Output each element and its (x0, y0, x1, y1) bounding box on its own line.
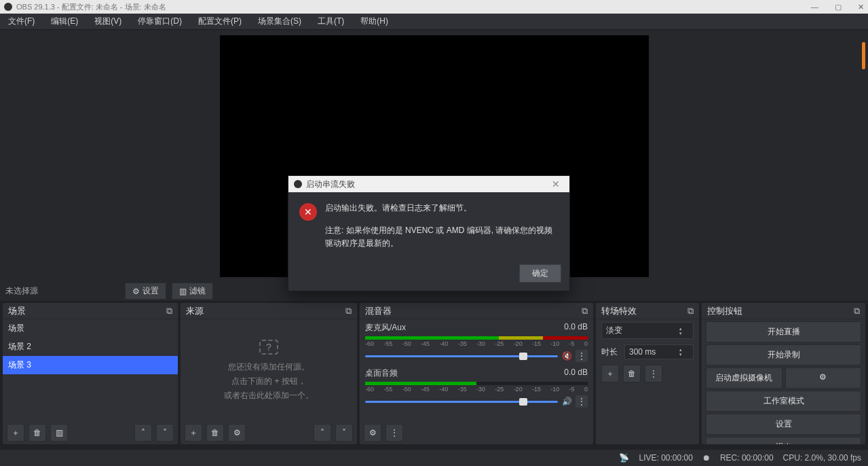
mixer-channel: 麦克风/Aux 0.0 dB -60-55-50-45-40-35-30-25-… (360, 319, 593, 365)
slider-thumb[interactable] (519, 353, 527, 360)
gear-icon: ⚙ (233, 428, 241, 437)
settings-button[interactable]: 设置 (706, 414, 861, 435)
app-icon (4, 3, 12, 11)
speaker-icon[interactable]: 🔊 (562, 397, 571, 406)
dialog-body: ✕ 启动输出失败。请检查日志来了解细节。 注意: 如果你使用的是 NVENC 或… (288, 192, 569, 259)
select-spinner: ▴▾ (679, 326, 689, 336)
scene-item[interactable]: 场景 3 (3, 356, 178, 374)
sources-empty-line: 点击下面的 + 按钮， (231, 376, 306, 387)
mixer-options-button[interactable]: ⋮ (385, 424, 403, 442)
dots-icon: ⋮ (649, 369, 658, 378)
menu-profile[interactable]: 配置文件(P) (194, 14, 246, 29)
move-source-down-button[interactable]: ˅ (335, 424, 353, 442)
chevron-down-icon: ˅ (163, 428, 167, 437)
scenes-header: 场景 ⧉ (3, 303, 178, 319)
scene-item[interactable]: 场景 (3, 319, 178, 338)
statusbar: 📡 LIVE: 00:00:00 ⏺ REC: 00:00:00 CPU: 2.… (0, 450, 868, 466)
menu-docks[interactable]: 停靠窗口(D) (134, 14, 186, 29)
remove-scene-button[interactable]: 🗑 (29, 424, 46, 442)
meter-ticks: -60-55-50-45-40-35-30-25-20-15-10-50 (365, 340, 588, 347)
start-virtualcam-button[interactable]: 启动虚拟摄像机 (706, 368, 782, 389)
studio-mode-button[interactable]: 工作室模式 (706, 391, 861, 412)
popout-icon[interactable]: ⧉ (687, 306, 694, 317)
chevron-up-icon: ˄ (141, 428, 145, 437)
popout-icon[interactable]: ⧉ (582, 306, 588, 317)
source-properties-button[interactable]: ⚙ (228, 424, 246, 442)
volume-slider[interactable] (365, 355, 558, 357)
menu-edit[interactable]: 编辑(E) (47, 14, 82, 29)
transition-selected: 淡变 (606, 325, 622, 336)
transitions-panel: 转场特效 ⧉ 淡变 ▴▾ 时长 300 ms ▴▾ ＋ 🗑 ⋮ (596, 303, 699, 444)
chevron-down-icon: ˅ (342, 428, 346, 437)
scene-filters-button[interactable]: ▥ (50, 424, 68, 442)
transition-select[interactable]: 淡变 ▴▾ (601, 322, 694, 339)
sources-empty-line: 或者右击此处添加一个。 (224, 390, 314, 401)
sources-body[interactable]: ? 您还没有添加任何源。 点击下面的 + 按钮， 或者右击此处添加一个。 (181, 319, 357, 421)
move-scene-down-button[interactable]: ˅ (156, 424, 174, 442)
dialog-line: 启动输出失败。请检查日志来了解细节。 (325, 202, 559, 215)
dialog-text: 启动输出失败。请检查日志来了解细节。 注意: 如果你使用的是 NVENC 或 A… (325, 202, 559, 251)
dots-icon: ⋮ (578, 351, 586, 361)
start-record-button[interactable]: 开始录制 (706, 344, 861, 365)
dialog-line: 注意: 如果你使用的是 NVENC 或 AMD 编码器, 请确保您的视频驱动程序… (325, 224, 559, 250)
menu-file[interactable]: 文件(F) (4, 14, 39, 29)
mixer-header: 混音器 ⧉ (360, 303, 593, 319)
dialog-titlebar[interactable]: 启动串流失败 ✕ (288, 176, 569, 192)
menu-view[interactable]: 视图(V) (90, 14, 126, 29)
mixer-settings-button[interactable]: ⚙ (364, 424, 381, 442)
move-source-up-button[interactable]: ˄ (314, 424, 331, 442)
mute-icon[interactable]: 🔇 (562, 351, 571, 361)
dialog-footer: 确定 (288, 259, 569, 291)
broadcast-icon: 📡 (619, 453, 629, 463)
add-scene-button[interactable]: ＋ (7, 424, 24, 442)
volume-meter (365, 336, 588, 340)
sources-empty-line: 您还没有添加任何源。 (228, 361, 309, 373)
dots-icon: ⋮ (578, 397, 586, 406)
transition-options-button[interactable]: ⋮ (645, 365, 662, 382)
source-settings-button[interactable]: ⚙ 设置 (125, 283, 166, 300)
channel-options-button[interactable]: ⋮ (575, 350, 588, 362)
menu-help[interactable]: 帮助(H) (356, 14, 392, 29)
channel-name: 麦克风/Aux (365, 322, 406, 334)
dialog-ok-button[interactable]: 确定 (519, 264, 561, 283)
sources-header: 来源 ⧉ (181, 303, 357, 319)
exit-button[interactable]: 退出 (706, 437, 861, 444)
close-button[interactable]: ✕ (858, 3, 864, 12)
status-live: LIVE: 00:00:00 (639, 453, 692, 463)
move-scene-up-button[interactable]: ˄ (134, 424, 152, 442)
source-filters-button[interactable]: ▥ 滤镜 (172, 283, 213, 300)
start-stream-button[interactable]: 开始直播 (706, 321, 861, 342)
maximize-button[interactable]: ▢ (835, 3, 842, 12)
menu-tools[interactable]: 工具(T) (314, 14, 348, 29)
channel-db: 0.0 dB (564, 368, 588, 379)
sources-title: 来源 (186, 305, 204, 317)
channel-options-button[interactable]: ⋮ (575, 395, 588, 408)
scenes-list[interactable]: 场景 场景 2 场景 3 (3, 319, 178, 421)
remove-source-button[interactable]: 🗑 (206, 424, 224, 442)
scenes-panel: 场景 ⧉ 场景 场景 2 场景 3 ＋ 🗑 ▥ ˄ ˅ (3, 303, 178, 444)
popout-icon[interactable]: ⧉ (166, 306, 172, 317)
trash-icon: 🗑 (211, 428, 219, 437)
dialog-close-button[interactable]: ✕ (548, 179, 564, 190)
scene-item[interactable]: 场景 2 (3, 338, 178, 356)
duration-input[interactable]: 300 ms ▴▾ (624, 344, 694, 359)
popout-icon[interactable]: ⧉ (345, 306, 352, 317)
remove-transition-button[interactable]: 🗑 (623, 365, 641, 382)
slider-thumb[interactable] (519, 398, 527, 406)
plus-icon: ＋ (12, 427, 20, 439)
gear-icon: ⚙ (819, 372, 827, 382)
titlebar: OBS 29.1.3 - 配置文件: 未命名 - 场景: 未命名 — ▢ ✕ (0, 0, 868, 14)
popout-icon[interactable]: ⧉ (854, 306, 860, 317)
channel-name: 桌面音频 (365, 368, 398, 379)
spinner-icon[interactable]: ▴▾ (679, 347, 689, 357)
dialog-title: 启动串流失败 (306, 179, 355, 190)
dots-icon: ⋮ (390, 428, 398, 437)
volume-meter (365, 382, 588, 385)
add-transition-button[interactable]: ＋ (601, 365, 619, 382)
volume-slider[interactable] (365, 401, 558, 403)
error-dialog: 启动串流失败 ✕ ✕ 启动输出失败。请检查日志来了解细节。 注意: 如果你使用的… (288, 175, 570, 291)
add-source-button[interactable]: ＋ (185, 424, 202, 442)
menu-scene-collection[interactable]: 场景集合(S) (254, 14, 305, 29)
virtualcam-settings-button[interactable]: ⚙ (785, 368, 862, 389)
minimize-button[interactable]: — (811, 3, 818, 12)
